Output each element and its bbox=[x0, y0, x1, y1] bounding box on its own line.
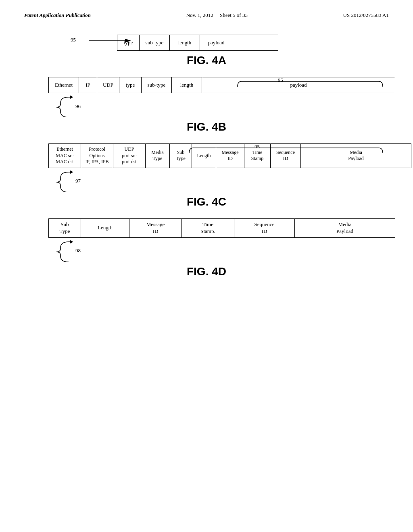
fig4c-ref97: 97 bbox=[75, 178, 81, 184]
fig4c-cell-udpports: UDP port src port dst bbox=[113, 144, 146, 168]
fig4d-cell-seqid: Sequence ID bbox=[234, 219, 295, 237]
fig4b-cell-ethernet: Ethernet bbox=[49, 77, 79, 93]
fig4c-ref97-area: 97 bbox=[48, 170, 389, 192]
fig4d-label: FIG. 4D bbox=[24, 265, 389, 278]
fig4b-curly-svg bbox=[48, 95, 73, 117]
fig4c-cell-protopts: Protocol Options IP, IPA, IPB bbox=[81, 144, 113, 168]
fig4a-cell-payload: payload bbox=[200, 35, 232, 50]
fig4c-cell-ethernet: Ethernet MAC src MAC dst bbox=[49, 144, 81, 168]
fig4a-cell-length: length bbox=[170, 35, 200, 50]
fig4a-table-container: type sub-type length payload bbox=[117, 35, 389, 51]
fig4a-section: 95 type sub-type length payload FIG. 4A bbox=[24, 35, 389, 67]
header-date-sheet: Nov. 1, 2012 Sheet 5 of 33 bbox=[186, 12, 248, 19]
fig4a-label: FIG. 4A bbox=[24, 54, 389, 67]
fig4b-cell-udp: UDP bbox=[97, 77, 119, 93]
fig4d-diagram-container: Sub Type Length Message ID Time Stamp. S… bbox=[48, 218, 389, 262]
fig4c-curly-svg bbox=[48, 170, 73, 192]
fig4b-diagram-container: 95 Ethernet IP UDP type sub-type length … bbox=[48, 77, 389, 117]
fig4c-section: 95 Ethernet MAC src MAC dst Protocol Opt… bbox=[24, 143, 389, 208]
fig4b-cell-subtype: sub-type bbox=[142, 77, 172, 93]
fig4d-ref98: 98 bbox=[75, 247, 81, 254]
header-sheet: Sheet 5 of 33 bbox=[220, 12, 248, 18]
fig4a-cell-subtype: sub-type bbox=[140, 35, 170, 50]
fig4b-cell-ip: IP bbox=[79, 77, 97, 93]
fig4b-cell-length: length bbox=[172, 77, 202, 93]
fig4a-table-row: type sub-type length payload bbox=[117, 35, 278, 51]
header-patent: US 2012/0275583 A1 bbox=[343, 12, 389, 19]
svg-marker-5 bbox=[70, 170, 73, 174]
fig4b-cell-type: type bbox=[119, 77, 142, 93]
fig4d-table-container: Sub Type Length Message ID Time Stamp. S… bbox=[48, 218, 389, 238]
page-header: Patent Application Publication Nov. 1, 2… bbox=[24, 12, 389, 19]
fig4d-cell-msgid: Message ID bbox=[129, 219, 182, 237]
fig4d-ref98-area: 98 bbox=[48, 240, 389, 262]
fig4c-diagram-container: 95 Ethernet MAC src MAC dst Protocol Opt… bbox=[48, 143, 389, 192]
fig4b-label: FIG. 4B bbox=[24, 121, 389, 133]
fig4d-table-row: Sub Type Length Message ID Time Stamp. S… bbox=[48, 218, 395, 238]
fig4c-cell-mediatype: Media Type bbox=[146, 144, 170, 168]
fig4d-cell-length: Length bbox=[81, 219, 129, 237]
fig4d-curly-svg bbox=[48, 240, 73, 262]
fig4d-cell-timestamp: Time Stamp. bbox=[182, 219, 234, 237]
fig4d-section: Sub Type Length Message ID Time Stamp. S… bbox=[24, 218, 389, 278]
svg-marker-7 bbox=[70, 240, 73, 243]
svg-marker-1 bbox=[125, 39, 131, 43]
fig4c-label: FIG. 4C bbox=[24, 195, 389, 208]
fig4d-cell-subtype: Sub Type bbox=[49, 219, 81, 237]
svg-marker-3 bbox=[70, 96, 73, 99]
fig4b-ref96: 96 bbox=[75, 103, 81, 110]
header-date: Nov. 1, 2012 bbox=[186, 12, 213, 18]
fig4d-cell-mediapayload: Media Payload bbox=[295, 219, 395, 237]
fig4c-brace-svg bbox=[187, 146, 385, 155]
fig4b-brace-svg bbox=[236, 79, 385, 88]
page: Patent Application Publication Nov. 1, 2… bbox=[0, 0, 413, 532]
fig4a-ref95: 95 bbox=[71, 37, 76, 43]
fig4b-ref96-area: 96 bbox=[48, 95, 389, 117]
fig4b-section: 95 Ethernet IP UDP type sub-type length … bbox=[24, 77, 389, 133]
header-publication: Patent Application Publication bbox=[24, 12, 91, 19]
fig4a-arrow-svg bbox=[81, 33, 133, 49]
